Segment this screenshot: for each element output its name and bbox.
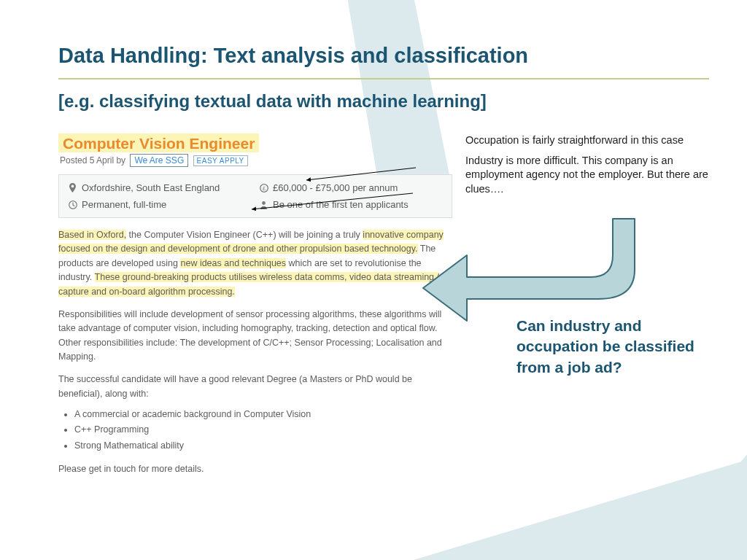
salary-text: £60,000 - £75,000 per annum	[273, 182, 398, 193]
job-paragraph-1: Based in Oxford, the Computer Vision Eng…	[58, 228, 452, 299]
location-text: Oxfordshire, South East England	[82, 182, 220, 193]
person-icon	[259, 200, 268, 209]
hl-based-in: Based in Oxford,	[58, 230, 126, 240]
job-facts: Oxfordshire, South East England £ £60,00…	[58, 174, 452, 218]
posted-prefix: Posted 5 April by	[60, 155, 125, 166]
fact-type: Permanent, full-time	[68, 199, 252, 210]
annotation-occupation: Occupation is fairly straightforward in …	[465, 133, 709, 148]
svg-text:£: £	[263, 185, 266, 190]
salary-icon: £	[259, 183, 268, 192]
page-subtitle: [e.g. classifying textual data with mach…	[58, 91, 709, 112]
curved-arrow	[416, 211, 649, 335]
list-item: Strong Mathematical ability	[74, 438, 452, 454]
clock-icon	[68, 200, 77, 209]
fact-applicants: Be one of the first ten applicants	[259, 199, 443, 210]
fact-location: Oxfordshire, South East England	[68, 182, 252, 193]
hl-newideas: new ideas and techniques	[180, 258, 286, 268]
page-title: Data Handling: Text analysis and classif…	[58, 44, 709, 68]
p1b: the Computer Vision Engineer (C++) will …	[126, 230, 363, 240]
pin-icon	[68, 183, 77, 192]
svg-point-8	[262, 201, 266, 205]
job-title: Computer Vision Engineer	[63, 135, 255, 152]
job-closer: Please get in touch for more details.	[58, 462, 452, 476]
posted-line: Posted 5 April by We Are SSG EASY APPLY	[60, 155, 452, 166]
type-text: Permanent, full-time	[82, 199, 166, 210]
requirements-list: A commercial or academic background in C…	[58, 407, 452, 454]
requirements-heading: The successful candidate will have a goo…	[58, 373, 452, 401]
fact-salary: £ £60,000 - £75,000 per annum	[259, 182, 443, 193]
job-ad-card: Computer Vision Engineer Posted 5 April …	[58, 133, 452, 485]
list-item: A commercial or academic background in C…	[74, 407, 452, 422]
annotation-industry: Industry is more difficult. This company…	[465, 154, 709, 197]
company-link[interactable]: We Are SSG	[130, 154, 188, 167]
hl-ground: These ground-breaking products utilises …	[58, 272, 439, 296]
easy-apply-badge[interactable]: EASY APPLY	[193, 155, 248, 166]
divider	[58, 78, 709, 79]
list-item: C++ Programming	[74, 422, 452, 438]
job-paragraph-2: Responsibilities will include developmen…	[58, 308, 452, 365]
applicants-text: Be one of the first ten applicants	[273, 199, 409, 210]
